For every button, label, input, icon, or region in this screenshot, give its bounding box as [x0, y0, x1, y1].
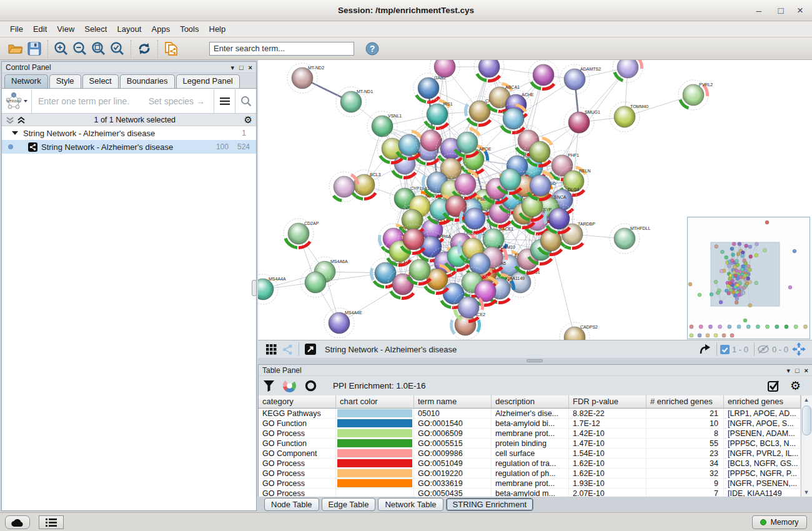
cloud-tasks-button[interactable] — [5, 515, 30, 529]
network-node[interactable]: MTHFDLL — [610, 224, 650, 254]
enrichment-table[interactable]: categorychart colorterm namedescriptionF… — [259, 395, 801, 497]
network-node[interactable] — [498, 104, 528, 134]
menu-layout[interactable]: Layout — [112, 21, 146, 37]
tab-edge-table[interactable]: Edge Table — [322, 498, 376, 511]
open-session-button[interactable] — [6, 39, 25, 58]
network-node[interactable] — [525, 137, 555, 167]
maximize-button[interactable]: □ — [771, 0, 790, 21]
expanded-arrow-icon[interactable] — [12, 131, 18, 136]
menu-edit[interactable]: Edit — [28, 21, 52, 37]
ring-button[interactable] — [305, 380, 317, 392]
copy-network-button[interactable] — [162, 39, 181, 58]
network-row-selected[interactable]: String Network - Alzheimer's disease 100… — [2, 140, 256, 154]
splitter-handle[interactable] — [527, 359, 543, 362]
table-row[interactable]: GO ProcessGO:0006509membrane prot...1.42… — [259, 429, 801, 439]
network-node[interactable] — [452, 127, 482, 157]
network-node[interactable]: SMUG1 — [564, 107, 600, 137]
string-options-button[interactable] — [214, 89, 235, 113]
menu-select[interactable]: Select — [79, 21, 112, 37]
filter-button[interactable] — [264, 380, 274, 392]
open-in-browser-button[interactable] — [302, 342, 319, 356]
table-row[interactable]: GO ProcessGO:0050435beta-amyloid m...2.0… — [259, 489, 801, 497]
task-history-button[interactable] — [39, 515, 64, 529]
network-node[interactable] — [329, 172, 359, 202]
search-input[interactable] — [209, 42, 354, 56]
scroll-down-icon[interactable]: ▼ — [801, 488, 811, 497]
panel-menu-icon[interactable]: ▾ — [230, 62, 234, 73]
network-node[interactable]: TOMM40 — [610, 102, 648, 132]
string-logo[interactable]: STRING — [2, 89, 32, 113]
memory-button[interactable]: Memory — [752, 515, 807, 529]
tab-string-enrichment[interactable]: STRING Enrichment — [446, 498, 533, 511]
share-view-button[interactable] — [279, 342, 295, 356]
column-header[interactable]: # enriched genes — [646, 395, 724, 409]
scrollbar-thumb[interactable] — [802, 405, 811, 435]
network-node[interactable]: GAB2 — [413, 73, 446, 103]
save-session-button[interactable] — [25, 39, 44, 58]
network-node[interactable]: IRS1 — [422, 99, 453, 129]
network-node[interactable]: CD2AP — [284, 219, 319, 249]
birds-eye-view[interactable] — [687, 217, 810, 339]
table-panel-close-icon[interactable]: × — [805, 365, 808, 376]
column-header[interactable]: term name — [414, 395, 492, 409]
network-node[interactable]: ADAMTS2 — [560, 64, 601, 94]
collapse-all-icon[interactable] — [6, 116, 14, 124]
string-search-button[interactable] — [235, 89, 256, 113]
network-node[interactable] — [474, 60, 504, 82]
table-row[interactable]: KEGG Pathways05010Alzheimer's dise...8.8… — [259, 409, 801, 419]
network-node[interactable] — [525, 171, 555, 201]
tab-network-table[interactable]: Network Table — [378, 498, 443, 511]
select-settings-button[interactable] — [768, 380, 780, 392]
table-panel-menu-icon[interactable]: ▾ — [786, 365, 790, 376]
expand-all-icon[interactable] — [17, 116, 26, 124]
menu-view[interactable]: View — [52, 21, 79, 37]
panel-float-icon[interactable]: □ — [239, 62, 244, 73]
help-button[interactable]: ? — [363, 39, 382, 58]
column-header[interactable]: FDR p-value — [569, 395, 646, 409]
tab-style[interactable]: Style — [49, 74, 81, 88]
table-row[interactable]: GO ProcessGO:0019220regulation of ph...1… — [259, 469, 801, 479]
export-network-button[interactable] — [697, 342, 713, 356]
table-row[interactable]: GO ComponentGO:0009986cell surface1.54E-… — [259, 449, 801, 459]
tab-select[interactable]: Select — [82, 74, 119, 88]
zoom-in-button[interactable] — [52, 39, 71, 58]
minimize-button[interactable]: – — [750, 0, 768, 21]
string-term-input[interactable]: Enter one term per line. — [32, 96, 149, 106]
network-node[interactable]: MT-ND1 — [336, 87, 373, 117]
panel-close-icon[interactable]: × — [249, 62, 252, 73]
zoom-fit-button[interactable] — [89, 39, 108, 58]
panel-splitter-handle[interactable] — [252, 280, 257, 296]
table-scrollbar[interactable]: ▲ ▼ — [801, 395, 812, 497]
chart-button[interactable] — [283, 379, 296, 392]
network-node[interactable]: MS4A4A — [258, 274, 286, 304]
menu-apps[interactable]: Apps — [147, 21, 176, 37]
network-collection-row[interactable]: String Network - Alzheimer's disease 1 — [2, 126, 256, 140]
navigator-button[interactable] — [791, 342, 807, 356]
zoom-out-button[interactable] — [71, 39, 89, 58]
network-node[interactable] — [528, 60, 558, 90]
column-header[interactable]: chart color — [336, 395, 414, 409]
refresh-button[interactable] — [135, 39, 154, 58]
close-button[interactable]: × — [791, 0, 810, 21]
table-row[interactable]: GO ProcessGO:0033619membrane prot...1.93… — [259, 479, 801, 489]
column-header[interactable]: description — [492, 395, 569, 409]
menu-tools[interactable]: Tools — [175, 21, 204, 37]
tab-node-table[interactable]: Node Table — [264, 498, 319, 511]
horizontal-splitter[interactable] — [258, 358, 812, 364]
network-node[interactable] — [394, 130, 424, 160]
tab-boundaries[interactable]: Boundaries — [120, 74, 175, 88]
zoom-selected-button[interactable] — [108, 39, 127, 58]
scroll-up-icon[interactable]: ▲ — [801, 395, 811, 405]
table-gear-icon[interactable]: ⚙ — [790, 379, 801, 393]
network-node[interactable] — [544, 204, 574, 234]
network-node[interactable]: MS4A4E — [324, 308, 362, 338]
network-node[interactable]: PVRL2 — [678, 80, 713, 110]
network-canvas[interactable]: MT-ND2MT-ND1VSNL1GAB2IRS1CHATABCA1ACHEAD… — [258, 60, 812, 340]
column-header[interactable]: category — [259, 395, 336, 409]
grid-view-button[interactable] — [263, 342, 279, 356]
network-node[interactable] — [613, 60, 643, 82]
network-node[interactable]: MT-ND2 — [287, 63, 324, 93]
table-row[interactable]: GO FunctionGO:0001540beta-amyloid bi...1… — [259, 419, 801, 429]
menu-file[interactable]: File — [5, 21, 28, 37]
table-panel-float-icon[interactable]: □ — [795, 365, 800, 376]
